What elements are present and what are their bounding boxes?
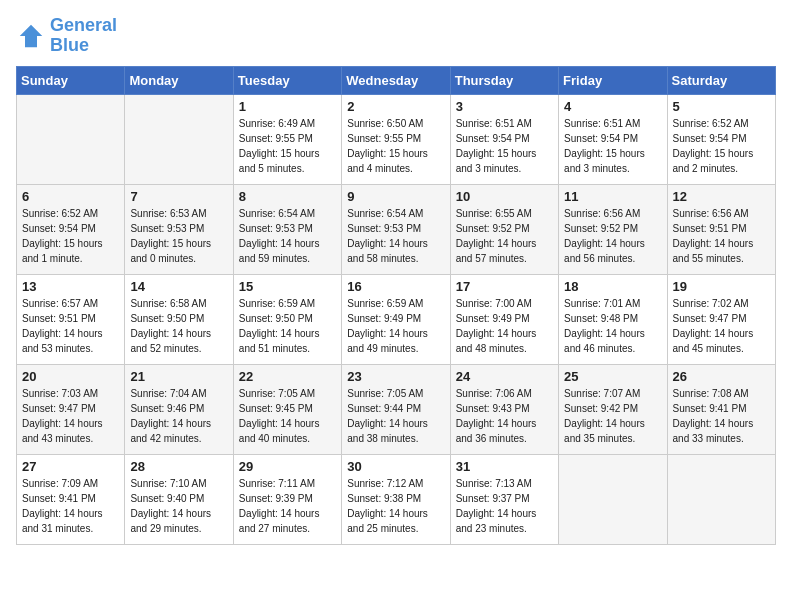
- calendar-cell: 26Sunrise: 7:08 AM Sunset: 9:41 PM Dayli…: [667, 364, 775, 454]
- day-number: 31: [456, 459, 553, 474]
- calendar-cell: 4Sunrise: 6:51 AM Sunset: 9:54 PM Daylig…: [559, 94, 667, 184]
- day-number: 8: [239, 189, 336, 204]
- day-info: Sunrise: 6:59 AM Sunset: 9:50 PM Dayligh…: [239, 296, 336, 356]
- day-info: Sunrise: 6:55 AM Sunset: 9:52 PM Dayligh…: [456, 206, 553, 266]
- day-info: Sunrise: 6:56 AM Sunset: 9:52 PM Dayligh…: [564, 206, 661, 266]
- calendar-week-row: 13Sunrise: 6:57 AM Sunset: 9:51 PM Dayli…: [17, 274, 776, 364]
- day-info: Sunrise: 7:11 AM Sunset: 9:39 PM Dayligh…: [239, 476, 336, 536]
- day-number: 25: [564, 369, 661, 384]
- calendar-cell: 9Sunrise: 6:54 AM Sunset: 9:53 PM Daylig…: [342, 184, 450, 274]
- calendar-cell: [125, 94, 233, 184]
- day-number: 26: [673, 369, 770, 384]
- calendar-cell: [17, 94, 125, 184]
- day-info: Sunrise: 7:04 AM Sunset: 9:46 PM Dayligh…: [130, 386, 227, 446]
- calendar-cell: 31Sunrise: 7:13 AM Sunset: 9:37 PM Dayli…: [450, 454, 558, 544]
- day-number: 11: [564, 189, 661, 204]
- day-info: Sunrise: 7:00 AM Sunset: 9:49 PM Dayligh…: [456, 296, 553, 356]
- day-number: 2: [347, 99, 444, 114]
- day-number: 9: [347, 189, 444, 204]
- day-info: Sunrise: 6:57 AM Sunset: 9:51 PM Dayligh…: [22, 296, 119, 356]
- day-number: 12: [673, 189, 770, 204]
- weekday-header: Wednesday: [342, 66, 450, 94]
- day-info: Sunrise: 6:54 AM Sunset: 9:53 PM Dayligh…: [347, 206, 444, 266]
- calendar-week-row: 27Sunrise: 7:09 AM Sunset: 9:41 PM Dayli…: [17, 454, 776, 544]
- calendar-cell: 20Sunrise: 7:03 AM Sunset: 9:47 PM Dayli…: [17, 364, 125, 454]
- day-info: Sunrise: 6:54 AM Sunset: 9:53 PM Dayligh…: [239, 206, 336, 266]
- day-info: Sunrise: 6:49 AM Sunset: 9:55 PM Dayligh…: [239, 116, 336, 176]
- calendar-week-row: 1Sunrise: 6:49 AM Sunset: 9:55 PM Daylig…: [17, 94, 776, 184]
- day-number: 19: [673, 279, 770, 294]
- calendar-cell: 16Sunrise: 6:59 AM Sunset: 9:49 PM Dayli…: [342, 274, 450, 364]
- calendar-cell: 5Sunrise: 6:52 AM Sunset: 9:54 PM Daylig…: [667, 94, 775, 184]
- day-info: Sunrise: 6:56 AM Sunset: 9:51 PM Dayligh…: [673, 206, 770, 266]
- day-number: 1: [239, 99, 336, 114]
- day-number: 30: [347, 459, 444, 474]
- day-number: 24: [456, 369, 553, 384]
- page-header: General Blue: [16, 16, 776, 56]
- day-info: Sunrise: 7:02 AM Sunset: 9:47 PM Dayligh…: [673, 296, 770, 356]
- day-info: Sunrise: 6:51 AM Sunset: 9:54 PM Dayligh…: [456, 116, 553, 176]
- weekday-header: Friday: [559, 66, 667, 94]
- calendar-cell: 23Sunrise: 7:05 AM Sunset: 9:44 PM Dayli…: [342, 364, 450, 454]
- calendar-cell: 28Sunrise: 7:10 AM Sunset: 9:40 PM Dayli…: [125, 454, 233, 544]
- day-number: 13: [22, 279, 119, 294]
- calendar-cell: [667, 454, 775, 544]
- day-number: 10: [456, 189, 553, 204]
- day-number: 23: [347, 369, 444, 384]
- calendar-cell: 10Sunrise: 6:55 AM Sunset: 9:52 PM Dayli…: [450, 184, 558, 274]
- day-info: Sunrise: 7:09 AM Sunset: 9:41 PM Dayligh…: [22, 476, 119, 536]
- day-info: Sunrise: 7:08 AM Sunset: 9:41 PM Dayligh…: [673, 386, 770, 446]
- calendar-cell: 6Sunrise: 6:52 AM Sunset: 9:54 PM Daylig…: [17, 184, 125, 274]
- logo-icon: [16, 21, 46, 51]
- day-info: Sunrise: 6:51 AM Sunset: 9:54 PM Dayligh…: [564, 116, 661, 176]
- svg-marker-0: [20, 25, 43, 48]
- weekday-header: Monday: [125, 66, 233, 94]
- day-info: Sunrise: 7:05 AM Sunset: 9:45 PM Dayligh…: [239, 386, 336, 446]
- day-info: Sunrise: 6:59 AM Sunset: 9:49 PM Dayligh…: [347, 296, 444, 356]
- day-info: Sunrise: 7:13 AM Sunset: 9:37 PM Dayligh…: [456, 476, 553, 536]
- day-info: Sunrise: 6:58 AM Sunset: 9:50 PM Dayligh…: [130, 296, 227, 356]
- day-info: Sunrise: 7:06 AM Sunset: 9:43 PM Dayligh…: [456, 386, 553, 446]
- calendar-cell: 11Sunrise: 6:56 AM Sunset: 9:52 PM Dayli…: [559, 184, 667, 274]
- day-info: Sunrise: 7:07 AM Sunset: 9:42 PM Dayligh…: [564, 386, 661, 446]
- calendar-cell: 27Sunrise: 7:09 AM Sunset: 9:41 PM Dayli…: [17, 454, 125, 544]
- calendar-cell: 3Sunrise: 6:51 AM Sunset: 9:54 PM Daylig…: [450, 94, 558, 184]
- day-info: Sunrise: 7:05 AM Sunset: 9:44 PM Dayligh…: [347, 386, 444, 446]
- calendar-cell: 15Sunrise: 6:59 AM Sunset: 9:50 PM Dayli…: [233, 274, 341, 364]
- day-number: 20: [22, 369, 119, 384]
- calendar-week-row: 6Sunrise: 6:52 AM Sunset: 9:54 PM Daylig…: [17, 184, 776, 274]
- day-number: 14: [130, 279, 227, 294]
- day-number: 17: [456, 279, 553, 294]
- day-number: 28: [130, 459, 227, 474]
- day-number: 16: [347, 279, 444, 294]
- day-info: Sunrise: 7:12 AM Sunset: 9:38 PM Dayligh…: [347, 476, 444, 536]
- calendar-cell: 22Sunrise: 7:05 AM Sunset: 9:45 PM Dayli…: [233, 364, 341, 454]
- day-number: 29: [239, 459, 336, 474]
- calendar-cell: 2Sunrise: 6:50 AM Sunset: 9:55 PM Daylig…: [342, 94, 450, 184]
- calendar-cell: 17Sunrise: 7:00 AM Sunset: 9:49 PM Dayli…: [450, 274, 558, 364]
- day-number: 4: [564, 99, 661, 114]
- weekday-header: Thursday: [450, 66, 558, 94]
- day-info: Sunrise: 6:52 AM Sunset: 9:54 PM Dayligh…: [22, 206, 119, 266]
- day-info: Sunrise: 7:03 AM Sunset: 9:47 PM Dayligh…: [22, 386, 119, 446]
- calendar-cell: 25Sunrise: 7:07 AM Sunset: 9:42 PM Dayli…: [559, 364, 667, 454]
- weekday-header: Sunday: [17, 66, 125, 94]
- weekday-header: Saturday: [667, 66, 775, 94]
- day-number: 5: [673, 99, 770, 114]
- day-number: 6: [22, 189, 119, 204]
- calendar-cell: 12Sunrise: 6:56 AM Sunset: 9:51 PM Dayli…: [667, 184, 775, 274]
- calendar-cell: 24Sunrise: 7:06 AM Sunset: 9:43 PM Dayli…: [450, 364, 558, 454]
- calendar-cell: 18Sunrise: 7:01 AM Sunset: 9:48 PM Dayli…: [559, 274, 667, 364]
- day-number: 27: [22, 459, 119, 474]
- calendar-week-row: 20Sunrise: 7:03 AM Sunset: 9:47 PM Dayli…: [17, 364, 776, 454]
- day-number: 22: [239, 369, 336, 384]
- day-number: 15: [239, 279, 336, 294]
- day-info: Sunrise: 6:53 AM Sunset: 9:53 PM Dayligh…: [130, 206, 227, 266]
- calendar-cell: 13Sunrise: 6:57 AM Sunset: 9:51 PM Dayli…: [17, 274, 125, 364]
- day-info: Sunrise: 7:10 AM Sunset: 9:40 PM Dayligh…: [130, 476, 227, 536]
- calendar-cell: 7Sunrise: 6:53 AM Sunset: 9:53 PM Daylig…: [125, 184, 233, 274]
- logo: General Blue: [16, 16, 117, 56]
- calendar-cell: 30Sunrise: 7:12 AM Sunset: 9:38 PM Dayli…: [342, 454, 450, 544]
- day-number: 21: [130, 369, 227, 384]
- day-info: Sunrise: 7:01 AM Sunset: 9:48 PM Dayligh…: [564, 296, 661, 356]
